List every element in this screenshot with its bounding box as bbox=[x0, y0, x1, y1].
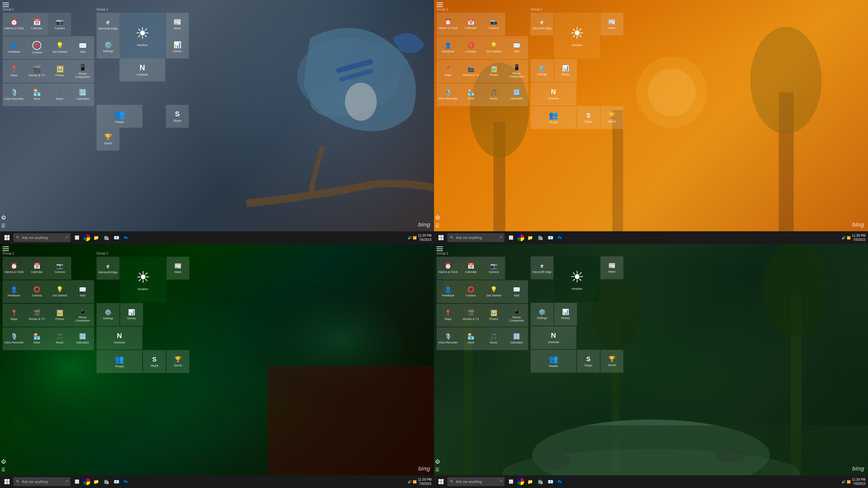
store-icon-tr[interactable]: 🛍️ bbox=[536, 233, 545, 242]
tile-tr-music[interactable]: 🎵Music bbox=[482, 83, 505, 106]
tile-alarms-clock[interactable]: ⏰ Alarms & Clock bbox=[3, 13, 25, 36]
tile-bl-voice[interactable]: 🎙️Voice Recorder bbox=[3, 327, 25, 350]
tile-bl-news[interactable]: 📰News bbox=[166, 257, 189, 280]
tile-tr-voice[interactable]: 🎙️Voice Recorder bbox=[437, 83, 459, 106]
tile-tr-sports[interactable]: 🏆Sports bbox=[600, 106, 623, 129]
tile-mail[interactable]: ✉️ Mail bbox=[71, 36, 94, 59]
chrome-icon-tr[interactable] bbox=[517, 234, 524, 241]
tile-tr-onenote[interactable]: NOneNote bbox=[531, 83, 576, 105]
tile-music[interactable]: 🎵 Music bbox=[48, 83, 71, 106]
windows-start-tr[interactable] bbox=[437, 233, 445, 242]
tile-br-store[interactable]: 🏪Store bbox=[459, 327, 482, 350]
tile-br-sports[interactable]: 🏆Sports bbox=[600, 350, 623, 373]
tile-onenote[interactable]: N OneNote bbox=[120, 58, 165, 81]
tile-br-onenote[interactable]: NOneNote bbox=[531, 326, 576, 349]
power-button-bl[interactable]: ⏻ bbox=[1, 459, 6, 464]
tile-bl-cortana[interactable]: ⭕Cortana bbox=[25, 280, 48, 303]
tile-tr-getstarted[interactable]: 💡Get Started bbox=[482, 36, 505, 59]
photoshop-icon[interactable]: Ps bbox=[122, 234, 130, 241]
tile-br-skype[interactable]: SSkype bbox=[577, 350, 600, 373]
tile-cortana[interactable]: ⭕ Cortana bbox=[25, 36, 48, 59]
tile-br-feedback[interactable]: 👤Feedback bbox=[437, 280, 459, 303]
tile-photos[interactable]: 🖼️ Photos bbox=[48, 60, 71, 83]
tile-br-camera[interactable]: 📷Camera bbox=[482, 257, 505, 280]
task-view-button[interactable]: ⬜ bbox=[72, 233, 81, 242]
power-button[interactable]: ⏻ bbox=[1, 215, 6, 220]
tile-tr-settings[interactable]: ⚙️Settings bbox=[531, 59, 554, 82]
tile-bl-photos[interactable]: 🖼️Photos bbox=[48, 304, 71, 327]
tile-bl-maps[interactable]: 📍Maps bbox=[3, 304, 25, 327]
taskbar-search[interactable]: 🔍 Ask me anything 🎤 bbox=[13, 233, 70, 242]
store-taskbar-icon[interactable]: 🛍️ bbox=[102, 233, 111, 242]
tile-bl-weather[interactable]: ☀ Weather bbox=[120, 257, 166, 302]
tile-people[interactable]: 👥 People bbox=[97, 105, 142, 128]
store-taskbar-br[interactable]: 🛍️ bbox=[536, 477, 545, 486]
explorer-bl[interactable]: 📁 bbox=[92, 477, 100, 486]
tile-br-getstarted[interactable]: 💡Get Started bbox=[482, 280, 505, 303]
tile-tr-money[interactable]: 📊Money bbox=[554, 59, 577, 82]
tile-br-movies[interactable]: 🎬Movies & TV bbox=[459, 304, 482, 327]
taskbar-search-tr[interactable]: 🔍 Ask me anything 🎤 bbox=[447, 233, 504, 242]
tile-br-maps[interactable]: 📍Maps bbox=[437, 304, 459, 327]
tile-tr-calendar[interactable]: 📅Calendar bbox=[459, 13, 482, 36]
tile-bl-feedback[interactable]: 👤Feedback bbox=[3, 280, 25, 303]
tile-br-weather[interactable]: ☀ Weather bbox=[554, 256, 600, 302]
tile-news[interactable]: 📰 News bbox=[166, 13, 189, 36]
tile-bl-calc[interactable]: 🔢Calculator bbox=[71, 327, 94, 350]
tile-tr-movies[interactable]: 🎬Movies & TV bbox=[459, 60, 482, 83]
power-button-tr[interactable]: ⏻ bbox=[435, 215, 440, 220]
tile-bl-edge[interactable]: eMicrosoft Edge bbox=[97, 257, 120, 280]
tile-voice-recorder[interactable]: 🎙️ Voice Recorder bbox=[3, 83, 25, 106]
tile-bl-store[interactable]: 🏪Store bbox=[25, 327, 48, 350]
tile-feedback[interactable]: 👤 Feedback bbox=[3, 36, 25, 59]
tile-br-settings[interactable]: ⚙️Settings bbox=[531, 303, 554, 326]
tile-br-voice[interactable]: 🎙️Voice Recorder bbox=[437, 327, 459, 350]
email-taskbar-icon[interactable]: 📧 bbox=[112, 233, 121, 242]
tile-bl-settings[interactable]: ⚙️Settings bbox=[97, 303, 120, 326]
tile-tr-calc[interactable]: 🔢Calculator bbox=[505, 83, 528, 106]
tile-tr-maps[interactable]: 📍Maps bbox=[437, 60, 459, 83]
tile-br-phone[interactable]: 📱Phone Companion bbox=[505, 304, 528, 327]
tile-tr-photos[interactable]: 🖼️Photos bbox=[482, 60, 505, 83]
mail-bl[interactable]: 📧 bbox=[112, 477, 121, 486]
tile-tr-cortana[interactable]: ⭕Cortana bbox=[459, 36, 482, 59]
tile-br-news[interactable]: 📰News bbox=[600, 256, 623, 279]
tile-bl-sports[interactable]: 🏆Sports bbox=[166, 350, 189, 373]
tile-br-people[interactable]: 👥People bbox=[531, 350, 576, 373]
tile-bl-people[interactable]: 👥People bbox=[97, 350, 142, 373]
windows-start-button[interactable] bbox=[3, 233, 11, 242]
tile-bl-money[interactable]: 📊Money bbox=[120, 303, 143, 326]
tile-tr-news[interactable]: 📰News bbox=[600, 13, 623, 36]
task-view-br[interactable]: ⬜ bbox=[506, 477, 515, 486]
tile-br-photos[interactable]: 🖼️Photos bbox=[482, 304, 505, 327]
tile-bl-camera[interactable]: 📷Camera bbox=[48, 257, 71, 280]
tile-br-calc[interactable]: 🔢Calculator bbox=[505, 327, 528, 350]
all-apps-br[interactable]: ☰ bbox=[435, 467, 440, 472]
task-view-bl[interactable]: ⬜ bbox=[72, 477, 81, 486]
tile-tr-edge[interactable]: eMicrosoft Edge bbox=[531, 13, 554, 36]
tile-get-started[interactable]: 💡 Get Started bbox=[48, 36, 71, 59]
explorer-br[interactable]: 📁 bbox=[526, 477, 534, 486]
store-bl[interactable]: 🛍️ bbox=[102, 477, 111, 486]
tile-store[interactable]: 🏪 Store bbox=[25, 83, 48, 106]
tile-br-mail[interactable]: ✉️Mail bbox=[505, 280, 528, 303]
tile-tr-camera[interactable]: 📷Camera bbox=[482, 13, 505, 36]
tile-movies-tv[interactable]: 🎬 Movies & TV bbox=[25, 60, 48, 83]
tile-calculator[interactable]: 🔢 Calculator bbox=[71, 83, 94, 106]
tile-br-music[interactable]: 🎵Music bbox=[482, 327, 505, 350]
mail-icon-tr[interactable]: 📧 bbox=[546, 233, 555, 242]
tile-bl-movies[interactable]: 🎬Movies & TV bbox=[25, 304, 48, 327]
tile-br-calendar[interactable]: 📅Calendar bbox=[459, 257, 482, 280]
tile-tr-store[interactable]: 🏪Store bbox=[459, 83, 482, 106]
tile-bl-alarms[interactable]: ⏰Alarms & Clock bbox=[3, 257, 25, 280]
tile-bl-onenote[interactable]: NOneNote bbox=[97, 327, 142, 349]
tile-settings[interactable]: ⚙️ Settings bbox=[97, 36, 120, 58]
tile-bl-phone[interactable]: 📱Phone Companion bbox=[71, 304, 94, 327]
tile-tr-feedback[interactable]: 👤Feedback bbox=[437, 36, 459, 59]
tile-br-money[interactable]: 📊Money bbox=[554, 303, 577, 326]
chrome-icon[interactable] bbox=[83, 234, 90, 241]
tile-maps[interactable]: 📍 Maps bbox=[3, 60, 25, 83]
ps-bl[interactable]: Ps bbox=[122, 478, 130, 485]
ps-icon-tr[interactable]: Ps bbox=[556, 234, 564, 241]
power-button-br[interactable]: ⏻ bbox=[435, 459, 440, 464]
